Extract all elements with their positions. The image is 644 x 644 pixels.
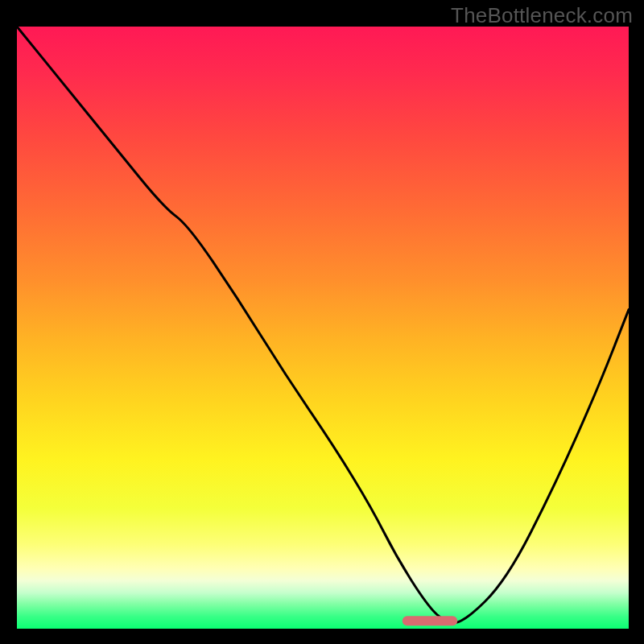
watermark-text: TheBottleneck.com	[451, 3, 633, 28]
chart-frame: TheBottleneck.com	[0, 0, 644, 644]
chart-svg	[17, 27, 629, 629]
data-curve	[17, 27, 629, 623]
plot-area	[17, 27, 629, 629]
minimum-marker	[402, 616, 457, 625]
